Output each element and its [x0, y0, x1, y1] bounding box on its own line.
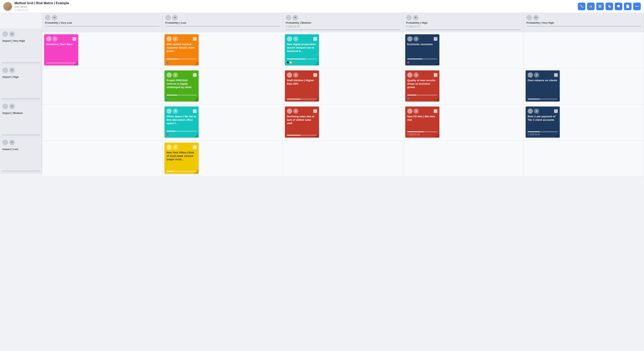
card-icons: ⚑	[528, 72, 539, 78]
card-checkbox[interactable]	[434, 109, 437, 113]
col-header-date: ⊙2022-01-26	[286, 25, 400, 28]
card-icons: ⚑	[46, 36, 58, 42]
row-flag-icon: ⚑	[9, 104, 15, 109]
risk-card[interactable]: ⚑ New digital proposition launch delayed…	[285, 34, 319, 66]
col-header-icons: ⚑	[165, 15, 280, 20]
row-circle-icon	[2, 140, 8, 145]
risk-card[interactable]: ⚑ Office Space | We fail to find alterna…	[164, 106, 198, 138]
column-header: ⚑ Probability | Very High	[524, 13, 644, 32]
row-circle-icon	[2, 31, 8, 37]
card-flag-icon: ⚑	[173, 108, 178, 114]
tag-button[interactable]: 🏷️	[606, 2, 613, 10]
col-header-title: Probability | Very High	[526, 21, 641, 24]
card-checkbox[interactable]	[193, 109, 196, 113]
card-icons: ⚑	[166, 144, 178, 150]
card-icons: ⚑	[166, 108, 178, 114]
card-progress-bar	[407, 95, 437, 96]
card-title: Staff Attrition | Higher than 20%	[287, 79, 317, 98]
row-label-icons: ⚑	[2, 31, 15, 37]
col-progress-bar	[526, 26, 641, 27]
card-header-row: ⚑	[407, 72, 437, 78]
grid-cell: ⚑ New digital proposition launch delayed…	[283, 32, 403, 68]
card-dots	[287, 61, 317, 64]
risk-card[interactable]: ⚑ Staff Attrition | Higher than 20%	[285, 70, 319, 102]
risk-card[interactable]: ⚑ Guidance | Start here	[44, 34, 78, 66]
col-header-icons: ⚑	[45, 15, 160, 20]
col-flag-icon: ⚑	[533, 15, 539, 20]
risk-card[interactable]: ⚑ Over-reliance on clients	[526, 70, 560, 102]
card-checkbox[interactable]	[554, 73, 558, 77]
grid-cell: ⚑ Guidance | Start here	[42, 32, 162, 68]
more-button[interactable]: •••	[633, 2, 641, 10]
col-flag-icon: ⚑	[292, 15, 298, 20]
card-checkbox[interactable]	[434, 73, 437, 77]
card-circle-icon	[166, 72, 172, 78]
info-button[interactable]: ℹ️	[596, 2, 604, 10]
card-checkbox[interactable]	[313, 109, 317, 113]
grid-cell: ⚑ New York Office | Risk of multi-week c…	[162, 140, 283, 176]
risk-card[interactable]: ⚑ Declining sales due to lack of skilled…	[285, 106, 319, 138]
row-label-icons: ⚑	[2, 140, 15, 145]
card-title: Guidance | Start here	[46, 43, 76, 61]
grid-wrapper: ⚑ Impact | Very High ⚑ Impact | High ⚑ I…	[0, 13, 644, 351]
risk-card[interactable]: ⚑ Economic recession	[405, 34, 439, 66]
card-dot	[407, 98, 409, 100]
grid-cell	[42, 140, 162, 176]
row-flag-icon: ⚑	[9, 68, 15, 73]
card-icons: ⚑	[407, 72, 419, 78]
column-header: ⚑ Probability | Very Low	[42, 13, 162, 32]
card-circle-icon	[407, 72, 412, 78]
card-flag-icon: ⚑	[534, 72, 539, 78]
row-flag-icon: ⚑	[9, 140, 15, 145]
risk-card[interactable]: ⚑ New FD Hire | Mis-hire risk ⊙2022-01-2…	[405, 106, 439, 138]
page-title: Method Grid | Risk Matrix | Example	[14, 2, 578, 5]
col-flag-icon: ⚑	[172, 15, 178, 20]
card-icons: ⚑	[287, 36, 298, 42]
card-circle-icon	[287, 108, 292, 114]
card-progress-bar	[46, 62, 76, 64]
card-circle-icon	[287, 72, 292, 78]
card-flag-icon: ⚑	[52, 36, 58, 42]
grid-cell	[42, 68, 162, 104]
grid-content: ⚑ Probability | Very Low ⚑ Probability |…	[42, 13, 644, 351]
card-checkbox[interactable]	[313, 37, 317, 41]
user-avatar[interactable]	[3, 2, 12, 11]
comment-button[interactable]: 💬	[615, 2, 622, 10]
risk-card[interactable]: ⚑ Risk | Late payment of Tier 1 client a…	[526, 106, 560, 138]
risk-card[interactable]: ⚑ ERP system hacked - customer details m…	[164, 34, 198, 66]
header-date: ⊙ 2022-01-27	[14, 8, 578, 11]
col-header-title: Probability | Low	[165, 21, 280, 24]
card-checkbox[interactable]	[193, 146, 196, 149]
card-checkbox[interactable]	[73, 37, 76, 41]
col-header-icons: ⚑	[406, 15, 520, 20]
edit-button[interactable]: ✏️	[578, 2, 586, 10]
card-progress-bar	[407, 58, 437, 59]
card-checkbox[interactable]	[193, 73, 196, 77]
document-button[interactable]: 📄	[624, 2, 632, 10]
lock-button[interactable]: 🔒	[587, 2, 595, 10]
risk-card[interactable]: ⚑ Project PHEONIX overrun is legally cha…	[164, 70, 198, 102]
col-flag-icon: ⚑	[413, 15, 418, 20]
card-icons: ⚑	[166, 36, 178, 42]
grid-cell	[403, 140, 524, 176]
grid-cell: ⚑ Over-reliance on clients	[524, 68, 644, 104]
card-header-row: ⚑	[528, 72, 558, 78]
card-header-row: ⚑	[407, 108, 437, 114]
card-progress-bar	[166, 171, 196, 172]
grid-cell	[283, 140, 403, 176]
card-checkbox[interactable]	[193, 37, 196, 41]
row-labels: ⚑ Impact | Very High ⚑ Impact | High ⚑ I…	[0, 13, 42, 351]
card-checkbox[interactable]	[434, 37, 437, 41]
card-checkbox[interactable]	[554, 109, 558, 113]
grid-cell	[42, 104, 162, 140]
card-circle-icon	[166, 144, 172, 150]
risk-card[interactable]: ⚑ Quality of new recruits drops as busin…	[405, 70, 439, 102]
column-header: ⚑ Probability | Medium ⊙2022-01-26	[283, 13, 403, 32]
card-title: Project PHEONIX overrun is legally chall…	[166, 79, 196, 94]
card-checkbox[interactable]	[313, 73, 317, 77]
row-label-icons: ⚑	[2, 68, 15, 73]
risk-card[interactable]: ⚑ New York Office | Risk of multi-week c…	[164, 142, 198, 174]
card-icons: ⚑	[287, 72, 298, 78]
card-dots	[166, 134, 196, 136]
card-title: Risk | Late payment of Tier 1 client acc…	[528, 115, 558, 130]
